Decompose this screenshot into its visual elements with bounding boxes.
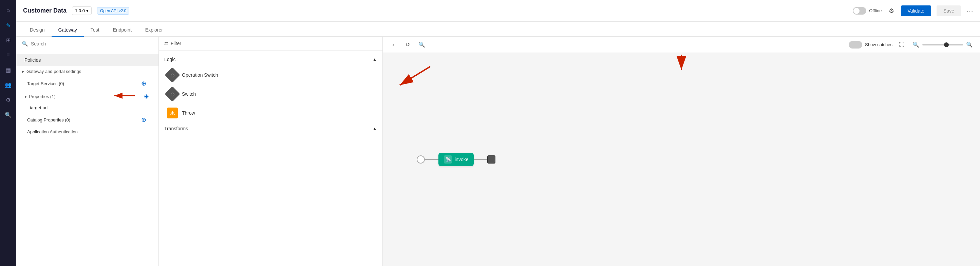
chevron-up-icon-transforms: ▲ — [372, 126, 377, 131]
nav-users[interactable]: 👥 — [2, 79, 14, 91]
sidebar: 🔍 Policies ▶ Gateway and portal settings… — [16, 37, 159, 266]
flow-diagram: 📡 invoke — [417, 153, 495, 166]
nav-edit[interactable]: ✎ — [2, 19, 14, 31]
zoom-out-button[interactable]: 🔍 — [911, 40, 921, 50]
version-value: 1.0.0 — [75, 8, 85, 13]
throw-icon: ⚠ — [170, 110, 175, 116]
caret-icon-properties: ▾ — [24, 94, 27, 99]
save-button[interactable]: Save — [937, 5, 961, 16]
open-api-badge[interactable]: Open API v2.0 — [97, 7, 129, 14]
settings-button[interactable]: ⚙ — [887, 6, 896, 16]
version-selector[interactable]: 1.0.0 ▾ — [72, 6, 92, 15]
page-title: Customer Data — [23, 7, 67, 14]
nav-home[interactable]: ⌂ — [2, 4, 14, 16]
logic-item-throw[interactable]: ⚠ Throw — [159, 104, 382, 123]
invoke-icon: 📡 — [444, 155, 452, 164]
validate-button[interactable]: Validate — [901, 5, 931, 16]
header: Customer Data 1.0.0 ▾ Open API v2.0 Offl… — [16, 0, 980, 22]
svg-line-5 — [400, 67, 430, 85]
filter-button[interactable]: ⚖ Filter — [164, 41, 181, 46]
sidebar-section-properties[interactable]: ▾ Properties (1) ⊕ — [16, 90, 159, 102]
red-arrow-sidebar — [396, 63, 437, 92]
tab-explorer[interactable]: Explorer — [138, 24, 170, 37]
nav-search[interactable]: 🔍 — [2, 108, 14, 121]
flow-start-node — [417, 155, 425, 164]
sidebar-item-application-auth[interactable]: Application Authentication — [16, 127, 159, 137]
flow-connector-1 — [425, 159, 438, 160]
sidebar-content: Policies ▶ Gateway and portal settings T… — [16, 51, 159, 266]
canvas-toolbar: ‹ ↺ 🔍 Show catches ⛶ 🔍 🔍 — [383, 37, 980, 53]
tabs-bar: Design Gateway Test Endpoint Explorer — [16, 22, 980, 37]
sidebar-section-gateway-settings[interactable]: ▶ Gateway and portal settings — [16, 66, 159, 76]
logic-section-header[interactable]: Logic ▲ — [159, 53, 382, 65]
add-target-services-button[interactable]: ⊕ — [140, 80, 148, 88]
offline-label: Offline — [869, 8, 881, 13]
more-options-button[interactable]: ⋯ — [966, 7, 973, 15]
search-bar: 🔍 — [16, 37, 159, 51]
logic-panel: ⚖ Filter Logic ▲ ◇ Operation Switch — [159, 37, 383, 266]
nav-grid[interactable]: ⊞ — [2, 34, 14, 46]
search-input[interactable] — [31, 41, 153, 46]
sidebar-item-policies[interactable]: Policies — [16, 54, 159, 66]
add-properties-button[interactable]: ⊕ — [142, 92, 150, 100]
show-catches-container: Show catches — [849, 41, 892, 48]
tab-test[interactable]: Test — [84, 24, 106, 37]
chevron-up-icon: ▲ — [372, 57, 377, 62]
nav-rail: ⌂ ✎ ⊞ ≡ ▦ 👥 ⚙ 🔍 — [0, 0, 16, 266]
flow-connector-2 — [474, 159, 487, 160]
canvas-panel: ‹ ↺ 🔍 Show catches ⛶ 🔍 🔍 — [383, 37, 980, 266]
add-catalog-properties-button[interactable]: ⊕ — [140, 116, 148, 124]
tab-endpoint[interactable]: Endpoint — [106, 24, 138, 37]
main-content: Customer Data 1.0.0 ▾ Open API v2.0 Offl… — [16, 0, 980, 266]
filter-icon: ⚖ — [164, 41, 169, 46]
canvas-search-button[interactable]: 🔍 — [417, 40, 427, 50]
nav-settings[interactable]: ⚙ — [2, 94, 14, 106]
sidebar-item-target-services[interactable]: Target Services (0) ⊕ — [16, 76, 159, 90]
chevron-down-icon: ▾ — [86, 8, 89, 13]
refresh-button[interactable]: ↺ — [402, 40, 413, 50]
show-catches-toggle[interactable] — [849, 41, 862, 48]
canvas-expand-button[interactable]: ⛶ — [897, 40, 907, 50]
canvas-area[interactable]: 📡 invoke — [383, 53, 980, 266]
zoom-controls: 🔍 🔍 — [911, 40, 975, 50]
nav-list[interactable]: ≡ — [2, 49, 14, 61]
nav-chart[interactable]: ▦ — [2, 64, 14, 76]
transforms-section-header[interactable]: Transforms ▲ — [159, 123, 382, 135]
operation-switch-icon: ◇ — [171, 72, 174, 78]
red-arrow-top — [675, 53, 688, 75]
search-icon: 🔍 — [22, 41, 28, 47]
body-area: 🔍 Policies ▶ Gateway and portal settings… — [16, 37, 980, 266]
sidebar-item-catalog-properties[interactable]: Catalog Properties (0) ⊕ — [16, 113, 159, 127]
tab-design[interactable]: Design — [23, 24, 52, 37]
offline-toggle-container: Offline — [853, 7, 881, 14]
back-button[interactable]: ‹ — [388, 40, 398, 50]
sidebar-item-target-url[interactable]: target-url — [16, 102, 159, 113]
caret-icon: ▶ — [22, 70, 24, 73]
logic-content: Logic ▲ ◇ Operation Switch ◇ — [159, 51, 382, 266]
logic-item-switch[interactable]: ◇ Switch — [159, 84, 382, 104]
flow-invoke-node[interactable]: 📡 invoke — [438, 153, 474, 166]
flow-end-node — [487, 155, 495, 164]
zoom-in-button[interactable]: 🔍 — [964, 40, 975, 50]
show-catches-label: Show catches — [865, 42, 892, 47]
zoom-slider[interactable] — [922, 44, 963, 45]
logic-toolbar: ⚖ Filter — [159, 37, 382, 51]
switch-icon: ◇ — [171, 91, 174, 97]
logic-item-operation-switch[interactable]: ◇ Operation Switch — [159, 65, 382, 84]
tab-gateway[interactable]: Gateway — [52, 24, 84, 37]
offline-toggle[interactable] — [853, 7, 866, 14]
